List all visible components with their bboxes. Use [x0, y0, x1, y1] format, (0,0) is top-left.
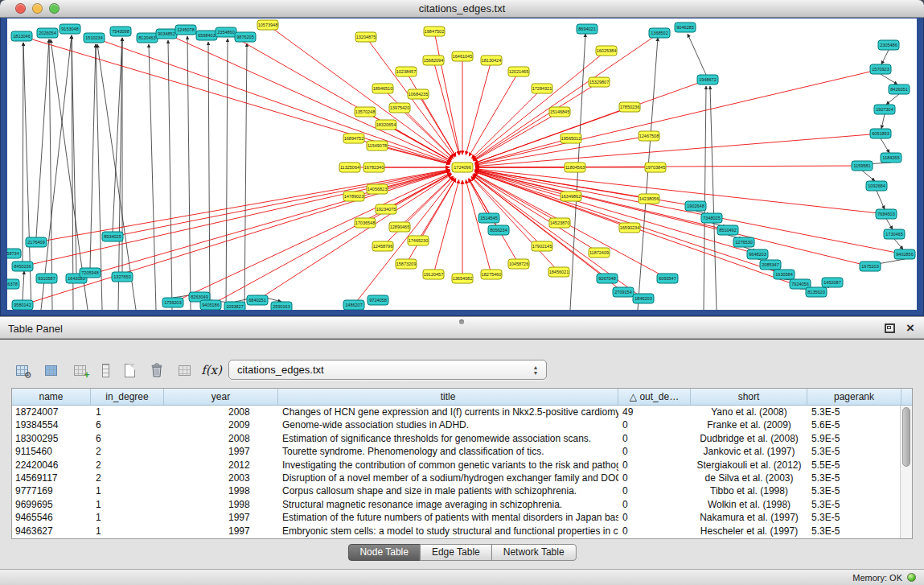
network-node-teal[interactable]: 2354860 — [216, 27, 236, 37]
float-panel-icon[interactable] — [885, 323, 895, 333]
network-node-teal[interactable]: 2709154 — [613, 287, 634, 297]
network-node-yellow[interactable]: 17465230 — [408, 236, 429, 245]
network-node-teal[interactable]: 6840251 — [247, 295, 268, 305]
network-node-teal[interactable]: 8694021 — [577, 24, 598, 34]
network-node-yellow[interactable]: 10238457 — [396, 67, 417, 76]
table-row[interactable]: 1456911722003Disruption of a novel membe… — [12, 472, 900, 484]
network-node-teal[interactable]: 1368502 — [649, 28, 670, 38]
table-row[interactable]: 946554611997Estimation of the future num… — [12, 511, 900, 524]
column-header-out_degree[interactable]: △ out_de… — [618, 389, 691, 405]
network-node-teal[interactable]: 9876205 — [235, 32, 256, 42]
network-node-yellow[interactable]: 17036548 — [355, 218, 376, 228]
network-node-yellow[interactable]: 14789023 — [343, 192, 364, 201]
table-row[interactable]: 911546021997Tourette syndrome. Phenomeno… — [12, 445, 900, 458]
network-node-yellow[interactable]: 18130424 — [481, 56, 502, 65]
new-file-icon[interactable] — [117, 359, 142, 381]
network-node-teal[interactable]: 8426051 — [889, 84, 910, 94]
network-node-yellow[interactable]: 11549078 — [367, 141, 388, 150]
memory-indicator[interactable] — [907, 573, 916, 582]
network-nodes[interactable]: 1646104518130424120214651728432115146845… — [7, 20, 915, 310]
close-panel-icon[interactable]: × — [906, 323, 914, 333]
network-node-teal[interactable]: 8056234 — [488, 225, 509, 235]
network-node-teal[interactable]: 9724058 — [368, 295, 388, 305]
network-node-teal[interactable]: 1759203 — [162, 298, 183, 307]
network-node-yellow[interactable]: 17850236 — [619, 102, 640, 112]
network-node-teal[interactable]: 7348025 — [701, 213, 722, 223]
network-node-yellow[interactable]: 11325064 — [339, 163, 360, 172]
panel-resize-grip[interactable] — [459, 319, 464, 324]
table-row[interactable]: 946362711997Embryonic stem cells: a mode… — [12, 525, 900, 538]
network-node-yellow[interactable]: 16349862 — [561, 192, 581, 201]
delete-icon[interactable] — [145, 359, 169, 381]
zoom-button[interactable] — [49, 3, 60, 14]
network-node-teal[interactable]: 1813046 — [11, 31, 32, 41]
network-node-yellow[interactable]: 11804563 — [565, 163, 585, 172]
network-node-teal[interactable]: 9580142 — [12, 300, 33, 310]
network-node-teal[interactable]: 1093827 — [224, 302, 245, 310]
network-node-yellow[interactable]: 19234075 — [376, 204, 396, 214]
table-selector-dropdown[interactable]: citations_edges.txt ▲▼ — [228, 360, 547, 380]
network-node-teal[interactable]: 1276530 — [733, 237, 754, 247]
column-header-short[interactable]: short — [691, 389, 807, 405]
network-node-teal[interactable]: 7205948 — [80, 268, 101, 278]
select-columns-icon[interactable] — [39, 359, 63, 381]
import-table-icon[interactable] — [172, 359, 196, 381]
network-node-teal[interactable]: 1510234 — [84, 33, 105, 43]
network-node-yellow[interactable]: 19120457 — [423, 270, 444, 279]
table-row[interactable]: 2242004622012Investigating the contribut… — [12, 459, 900, 472]
network-node-teal[interactable]: 2305486 — [878, 40, 899, 50]
network-node-yellow[interactable]: 18946510 — [372, 84, 393, 93]
network-node-teal[interactable]: 8934025 — [102, 232, 123, 241]
network-node-teal[interactable]: 1159581 — [852, 161, 873, 171]
table-row[interactable]: 969969511998Structural magnetic resonanc… — [12, 498, 900, 511]
network-node-yellow[interactable]: 19847502 — [424, 27, 445, 36]
network-node-teal[interactable]: 1730465 — [884, 229, 905, 239]
table-row[interactable]: 1830029562008Estimation of significance … — [12, 432, 900, 445]
network-node-yellow[interactable]: 16782340 — [363, 163, 384, 172]
network-node-teal[interactable]: 8120463 — [137, 33, 158, 43]
table-row[interactable]: 1872400712008Changes of HCN gene express… — [12, 406, 900, 418]
row-tools-icon[interactable] — [93, 359, 117, 381]
network-node-yellow[interactable]: 13654082 — [452, 274, 473, 283]
network-node-teal[interactable]: 1846203 — [633, 294, 654, 303]
column-header-pagerank[interactable]: pagerank — [807, 389, 901, 405]
network-node-yellow[interactable]: 13204875 — [355, 32, 376, 42]
network-node-yellow[interactable]: 11872409 — [589, 248, 610, 257]
network-node-yellow[interactable]: 15873209 — [396, 259, 417, 269]
network-node-teal[interactable]: 6051893 — [870, 129, 891, 138]
network-node-yellow[interactable]: 13975420 — [389, 103, 410, 113]
network-node-teal[interactable]: 2590163 — [271, 302, 292, 310]
network-node-teal[interactable]: 8510492 — [717, 225, 738, 235]
network-node-teal[interactable]: 1514545 — [478, 213, 499, 223]
network-node-yellow[interactable]: 15682094 — [423, 56, 444, 65]
network-node-teal[interactable]: 2026054 — [37, 28, 58, 38]
close-button[interactable] — [15, 3, 26, 14]
table-settings-icon[interactable]: ⚙ — [10, 359, 34, 381]
network-node-teal[interactable]: 1902648 — [685, 201, 706, 211]
network-node-teal[interactable]: 1675203 — [860, 262, 881, 271]
network-node-teal[interactable]: 1486207 — [343, 300, 364, 310]
column-header-in_degree[interactable]: in_degree — [91, 389, 164, 405]
network-node-teal[interactable]: 7543098 — [110, 27, 131, 36]
network-node-teal[interactable]: 1630584 — [774, 270, 795, 279]
network-node-yellow[interactable]: 19565012 — [561, 134, 581, 143]
network-node-teal[interactable]: 6093547 — [657, 274, 678, 283]
network-node-teal[interactable]: 7684503 — [876, 209, 897, 219]
network-node-teal[interactable]: 1570923 — [870, 64, 891, 74]
network-node-teal[interactable]: 1948672 — [697, 75, 718, 84]
network-node-teal[interactable]: 8135620 — [806, 287, 827, 297]
function-builder-icon[interactable]: f(x) — [199, 359, 224, 381]
network-node-yellow[interactable]: 10458726 — [508, 259, 529, 269]
network-node-yellow[interactable]: 18275460 — [481, 270, 502, 279]
network-node-teal[interactable]: 1058734 — [7, 249, 21, 258]
column-header-title[interactable]: title — [278, 389, 618, 405]
network-node-yellow[interactable]: 10684235 — [408, 89, 429, 99]
column-header-name[interactable]: name — [12, 389, 91, 405]
table-row[interactable]: 1938455462009Genome-wide association stu… — [12, 418, 900, 431]
network-node-yellow[interactable]: 17902145 — [532, 241, 552, 251]
table-row[interactable]: 977716911998Corpus callosum shape and si… — [12, 484, 900, 497]
network-node-yellow[interactable]: 18456021 — [548, 267, 569, 277]
network-node-yellow[interactable]: 15329807 — [589, 77, 610, 87]
network-node-teal[interactable]: 2176409 — [26, 237, 47, 247]
network-node-teal[interactable]: 1927304 — [874, 105, 895, 114]
